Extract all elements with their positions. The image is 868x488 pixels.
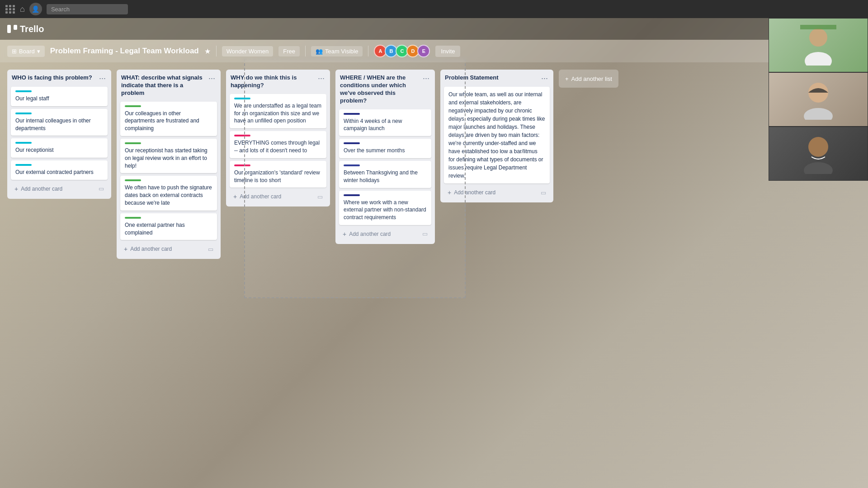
column-problem-menu[interactable]: ··· (540, 74, 549, 82)
column-why-header: WHY do we think this is happening? ··· (230, 74, 326, 91)
add-list-button[interactable]: + Add another list (559, 70, 618, 88)
board-divider (216, 46, 217, 56)
card-what-3[interactable]: We often have to push the signature date… (120, 176, 217, 210)
card-text: EVERYTHING comes through legal -- and lo… (234, 140, 320, 154)
card-where-1[interactable]: Within 4 weeks of a new campaign launch (339, 109, 431, 136)
card-bar (234, 164, 250, 166)
card-bar (344, 113, 360, 115)
add-card-problem-button[interactable]: + Add another card ▭ (444, 186, 550, 199)
add-card-where-button[interactable]: + Add another card ▭ (339, 228, 431, 240)
board-star-icon[interactable]: ★ (204, 47, 211, 56)
card-text: Our receptionist (15, 147, 54, 153)
column-problem-title: Problem Statement (445, 74, 540, 82)
add-icon: + (14, 185, 18, 192)
topbar: ⌂ 👤 (0, 0, 868, 18)
add-card-who-button[interactable]: + Add another card ▭ (11, 183, 108, 195)
board-dropdown-icon: ▾ (37, 48, 40, 55)
archive-icon: ▭ (317, 193, 323, 200)
home-icon[interactable]: ⌂ (20, 5, 25, 14)
card-bar (125, 142, 141, 144)
board-divider-2 (305, 46, 306, 56)
card-where-4[interactable]: Where we work with a new external partne… (339, 191, 431, 225)
card-bar (234, 98, 250, 99)
card-where-3[interactable]: Between Thanksgiving and the winter holi… (339, 161, 431, 188)
column-who-header: WHO is facing this problem? ··· (11, 74, 108, 84)
card-text: Our receptionist has started taking on l… (125, 147, 208, 169)
card-bar (15, 142, 32, 144)
board-button[interactable]: ⊞ Board ▾ (7, 46, 45, 57)
card-text: Within 4 weeks of a new campaign launch (344, 118, 402, 132)
card-text: We are understaffed as a legal team for … (234, 103, 321, 124)
svg-rect-2 (800, 25, 836, 29)
card-problem-body[interactable]: Our whole team, as well as our internal … (444, 87, 550, 183)
video-panel (769, 18, 868, 181)
archive-icon: ▭ (422, 230, 428, 237)
column-problem-header: Problem Statement ··· (444, 74, 550, 84)
card-bar (125, 179, 141, 181)
svg-point-0 (809, 28, 827, 47)
add-card-label: Add another card (21, 186, 62, 192)
card-what-1[interactable]: Our colleagues in other departments are … (120, 102, 217, 136)
archive-icon: ▭ (99, 185, 104, 192)
card-who-1[interactable]: Our legal staff (11, 87, 108, 106)
search-input[interactable] (47, 4, 128, 14)
add-icon: + (448, 189, 451, 196)
column-what-menu[interactable]: ··· (208, 74, 216, 82)
board-icon: ⊞ (12, 48, 17, 55)
card-text: Our external contracted partners (15, 169, 94, 175)
card-what-4[interactable]: One external partner has complained (120, 213, 217, 240)
trello-header: Trello (0, 18, 868, 40)
add-card-label: Add another card (240, 193, 281, 200)
column-where-title: WHERE / WHEN are the conditions under wh… (340, 74, 422, 105)
svg-point-1 (805, 52, 832, 66)
card-where-2[interactable]: Over the summer months (339, 139, 431, 158)
card-bar (15, 113, 32, 114)
add-icon: + (233, 193, 237, 200)
card-why-1[interactable]: We are understaffed as a legal team for … (230, 94, 326, 128)
column-problem: Problem Statement ··· Our whole team, as… (440, 70, 553, 202)
card-text: One external partner has complained (125, 222, 185, 236)
column-why-menu[interactable]: ··· (317, 74, 326, 82)
avatar-5[interactable]: E (417, 45, 430, 57)
card-who-4[interactable]: Our external contracted partners (11, 160, 108, 180)
invite-button[interactable]: Invite (435, 46, 460, 57)
svg-point-5 (808, 137, 828, 157)
board-title: Problem Framing - Legal Team Workload (50, 47, 199, 56)
column-who: WHO is facing this problem? ··· Our lega… (7, 70, 111, 199)
card-text: We often have to push the signature date… (125, 184, 212, 206)
archive-icon: ▭ (541, 189, 546, 196)
wonder-women-tag[interactable]: Wonder Women (222, 46, 273, 56)
free-tag[interactable]: Free (278, 46, 300, 56)
add-card-why-button[interactable]: + Add another card ▭ (230, 190, 326, 203)
card-text: Our legal staff (15, 95, 49, 102)
trello-logo-text: Trello (20, 24, 44, 34)
card-who-2[interactable]: Our internal colleagues in other departm… (11, 109, 108, 136)
column-where-menu[interactable]: ··· (422, 74, 430, 82)
grid-menu-icon[interactable] (5, 5, 15, 14)
column-what-header: WHAT: describe what signals indicate tha… (120, 74, 217, 99)
add-icon: + (124, 245, 127, 253)
card-what-2[interactable]: Our receptionist has started taking on l… (120, 139, 217, 173)
column-who-menu[interactable]: ··· (98, 74, 107, 82)
problem-statement-text: Our whole team, as well as our internal … (448, 90, 545, 180)
add-icon: + (343, 230, 346, 238)
card-text: Our internal colleagues in other departm… (15, 117, 91, 131)
card-bar (125, 217, 141, 219)
video-person-2 (769, 73, 868, 126)
card-text: Our organization's 'standard' review tim… (234, 169, 320, 183)
team-visible-label: Team Visible (325, 48, 358, 55)
user-avatar-icon[interactable]: 👤 (29, 3, 42, 15)
card-bar (344, 164, 360, 166)
add-card-label: Add another card (454, 189, 495, 196)
video-tile-1 (769, 18, 868, 72)
add-card-what-button[interactable]: + Add another card ▭ (120, 243, 217, 255)
video-person-1 (769, 19, 868, 72)
trello-logo: Trello (7, 24, 44, 34)
card-why-3[interactable]: Our organization's 'standard' review tim… (230, 161, 326, 188)
card-why-2[interactable]: EVERYTHING comes through legal -- and lo… (230, 131, 326, 158)
video-tile-2 (769, 72, 868, 127)
card-who-3[interactable]: Our receptionist (11, 138, 108, 158)
video-tile-3 (769, 127, 868, 181)
team-visible-tag[interactable]: 👥 Team Visible (311, 46, 363, 56)
card-bar (344, 142, 360, 144)
